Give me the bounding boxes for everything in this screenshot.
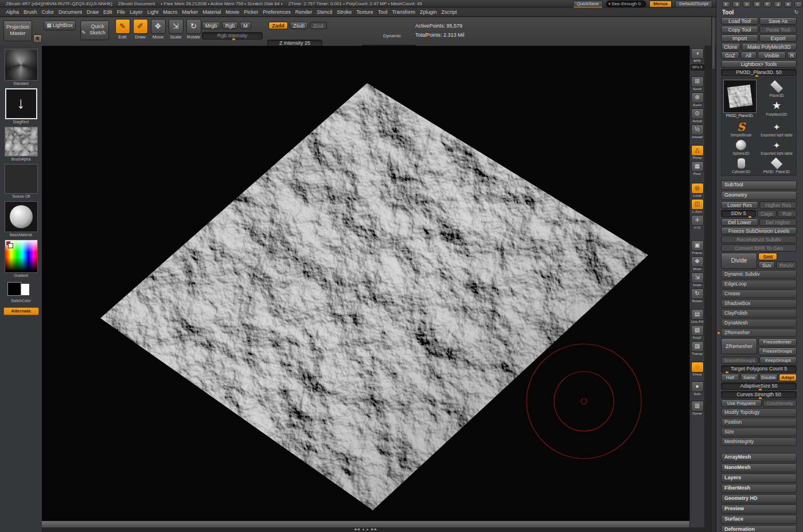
del-lower-button[interactable]: Del Lower xyxy=(721,218,758,226)
m-button[interactable]: M xyxy=(240,22,251,29)
tray-shortcut-icon-8[interactable]: ◫ xyxy=(794,1,802,7)
palette-refresh-icon[interactable]: ↻ xyxy=(794,9,798,15)
surface-palette[interactable]: Surface xyxy=(721,515,797,524)
arraymesh-palette[interactable]: ArrayMesh xyxy=(721,453,797,462)
tray-shortcut-icon-5[interactable]: ◩ xyxy=(763,1,771,7)
tool-item-sphere3d[interactable]: Sphere3D xyxy=(723,139,759,155)
persp-button[interactable]: △ Persp xyxy=(691,145,704,160)
geometry-hd-palette[interactable]: Geometry HD xyxy=(721,494,797,503)
rgb-intensity-slider[interactable]: Rgb Intensity xyxy=(202,32,263,40)
menu-item-zplugin[interactable]: Zplugin xyxy=(420,9,437,15)
zsub-button[interactable]: Zsub xyxy=(290,22,308,29)
rotate-mode-button[interactable]: ↻ Rotate xyxy=(186,19,201,40)
menu-item-stroke[interactable]: Stroke xyxy=(337,9,352,15)
menu-item-layer[interactable]: Layer xyxy=(130,9,143,15)
freeze-groups-button[interactable]: FreezeGroups xyxy=(758,347,797,355)
tray-shortcut-icon-4[interactable]: ▦ xyxy=(753,1,761,7)
save-as-button[interactable]: Save As xyxy=(759,17,797,25)
quick-sketch-button[interactable]: ✎ Quick Sketch xyxy=(80,21,109,40)
menu-item-light[interactable]: Light xyxy=(147,9,159,15)
edit-mode-button[interactable]: ✎ Edit xyxy=(115,19,130,40)
quicksave-button[interactable]: QuickSave xyxy=(573,1,603,7)
menu-item-document[interactable]: Document xyxy=(59,9,82,15)
preview-palette[interactable]: Preview xyxy=(721,504,797,514)
sdiv-slider[interactable]: SDiv 5 xyxy=(721,210,756,217)
tool-item-lighttable-2[interactable]: ✦ Exported light table xyxy=(759,139,794,155)
tray-scrollbar-thumb[interactable] xyxy=(712,17,715,69)
lightbox-button[interactable]: ▦LightBox xyxy=(44,21,76,30)
dynamesh-section[interactable]: DynaMesh xyxy=(721,319,797,327)
tool-item-lighttable-1[interactable]: ✦ Exported light table xyxy=(759,120,794,137)
dynamic-subdiv-section[interactable]: Dynamic Subdiv xyxy=(721,270,797,279)
nanomesh-palette[interactable]: NanoMesh xyxy=(721,463,797,472)
menu-item-preferences[interactable]: Preferences xyxy=(263,9,291,15)
adaptive-size-slider[interactable]: AdaptiveSize 50 xyxy=(721,382,797,390)
move-tool-button[interactable]: ✥ Move xyxy=(691,256,704,271)
lsym-button[interactable]: ◫ L.Sym xyxy=(691,199,704,214)
spix-slider[interactable]: SPix 3 xyxy=(691,64,704,71)
shadowbox-section[interactable]: ShadowBox xyxy=(721,299,797,308)
scale-mode-button[interactable]: ⇲ Scale xyxy=(168,19,184,40)
menu-item-picker[interactable]: Picker xyxy=(244,9,258,15)
scale-tool-button[interactable]: ⇲ Scale xyxy=(691,272,704,287)
see-through-slider[interactable]: See-through 0 xyxy=(606,1,646,7)
actual-button[interactable]: ⊙ Actual xyxy=(691,108,704,123)
load-tool-button[interactable]: Load Tool xyxy=(721,17,758,25)
alternate-button[interactable]: Alternate xyxy=(3,307,39,315)
stroke-selector[interactable]: ↓ DragRect xyxy=(0,88,42,124)
use-polypaint-button[interactable]: Use Polypaint xyxy=(721,400,762,407)
double-button[interactable]: Double xyxy=(759,374,778,381)
menu-item-color[interactable]: Color xyxy=(42,9,54,15)
tool-item-cylinder3d[interactable]: Cylinder3D xyxy=(723,157,759,174)
goz-visible-button[interactable]: Visible xyxy=(758,52,786,59)
frame-button[interactable]: ▣ Frame xyxy=(691,240,704,255)
menu-item-file[interactable]: File xyxy=(117,9,126,15)
tool-palette-header[interactable]: Tool ↻ xyxy=(716,7,803,17)
scroll-button[interactable]: ⊞ Scroll xyxy=(691,76,704,91)
zremesher-section-header[interactable]: ZRemesher xyxy=(721,328,797,337)
current-tool-slider[interactable]: PM3D_Plane3D. 50 xyxy=(721,69,797,76)
xyz-button[interactable]: ✛ XYZ xyxy=(691,215,704,230)
bpr-button[interactable]: ◑ BPR xyxy=(691,48,704,63)
tool-item-polymesh3d[interactable]: ★ PolyMesh3D xyxy=(759,99,794,116)
menu-item-stencil[interactable]: Stencil xyxy=(317,9,332,15)
main-color-swatch[interactable] xyxy=(7,282,21,296)
smt-button[interactable]: Smt xyxy=(758,253,778,260)
mrgb-button[interactable]: Mrgb xyxy=(202,22,220,29)
menu-item-material[interactable]: Material xyxy=(202,9,221,15)
dynamic-label[interactable]: Dynamic xyxy=(383,33,401,38)
keep-groups-button[interactable]: KeepGroups xyxy=(759,357,797,364)
goz-button[interactable]: GoZ xyxy=(721,52,739,59)
menu-item-alpha[interactable]: Alpha xyxy=(6,9,19,15)
menu-item-tool[interactable]: Tool xyxy=(378,9,388,15)
menu-item-transform[interactable]: Transform xyxy=(392,9,415,15)
deformation-palette[interactable]: Deformation xyxy=(721,525,797,532)
menu-item-draw[interactable]: Draw xyxy=(87,9,99,15)
tray-shortcut-icon-6[interactable]: ◪ xyxy=(774,1,782,7)
canvas-scroll-arrows[interactable]: ◀◀ ▲▲ ▶▶ xyxy=(42,527,689,532)
goz-r-button[interactable]: R xyxy=(787,52,797,59)
tray-shortcut-icon-7[interactable]: ▣ xyxy=(784,1,792,7)
tray-shortcut-icon-1[interactable]: ◧ xyxy=(722,1,730,7)
import-button[interactable]: Import xyxy=(721,34,758,42)
position-section[interactable]: Position xyxy=(721,418,797,427)
tray-shortcut-icon-3[interactable]: ▤ xyxy=(743,1,751,7)
menu-item-edit[interactable]: Edit xyxy=(103,9,112,15)
material-selector[interactable]: BasicMaterial xyxy=(0,201,42,237)
crease-section[interactable]: Crease xyxy=(721,290,797,298)
ghost-button[interactable]: ◌ Ghost xyxy=(691,362,704,377)
geometry-section-header[interactable]: Geometry xyxy=(721,191,797,200)
menu-item-brush[interactable]: Brush xyxy=(24,9,37,15)
subtool-section-header[interactable]: SubTool xyxy=(721,181,797,190)
menu-item-zscript[interactable]: Zscript xyxy=(442,9,457,15)
transp-button[interactable]: ▨ Transp xyxy=(691,341,704,356)
lightbox-tools-button[interactable]: Lightbox> Tools xyxy=(721,60,797,68)
menu-item-marker[interactable]: Marker xyxy=(182,9,198,15)
edgeloop-section[interactable]: EdgeLoop xyxy=(721,280,797,288)
tool-item-plane3d[interactable]: Plane3D xyxy=(759,80,794,97)
lower-res-button[interactable]: Lower Res xyxy=(721,201,758,209)
aahalf-button[interactable]: ½ AAHalf xyxy=(691,124,704,139)
alpha-selector[interactable]: BrushAlpha xyxy=(0,127,42,161)
zremesher-button[interactable]: ZRemesher xyxy=(721,338,757,354)
make-polymesh3d-button[interactable]: Make PolyMesh3D xyxy=(742,43,797,50)
